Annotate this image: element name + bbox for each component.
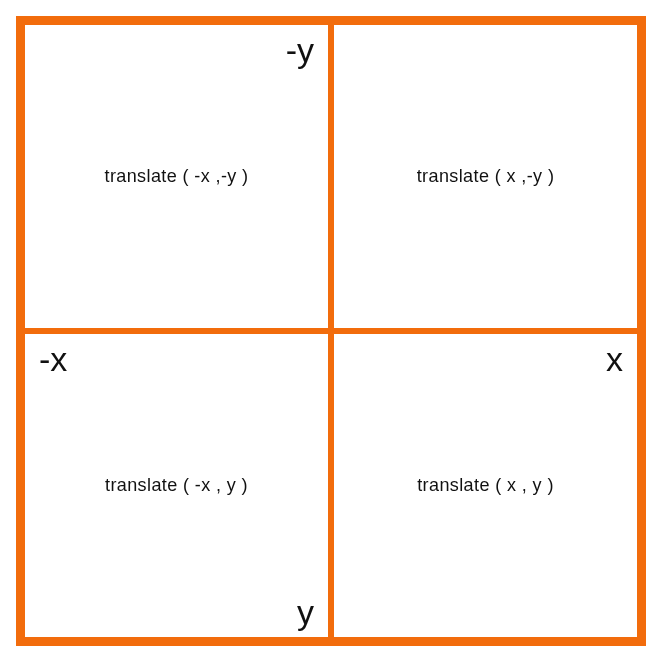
- quadrant-top-right: translate ( x ,-y ): [331, 22, 640, 331]
- quadrant-bottom-left: -x translate ( -x , y ) y: [22, 331, 331, 640]
- translate-label-bottom-right: translate ( x , y ): [417, 475, 554, 496]
- quadrant-bottom-right: x translate ( x , y ): [331, 331, 640, 640]
- axis-label-neg-y: -y: [286, 33, 314, 67]
- translate-quadrant-grid: -y translate ( -x ,-y ) translate ( x ,-…: [16, 16, 646, 646]
- translate-label-top-right: translate ( x ,-y ): [417, 166, 555, 187]
- axis-label-neg-x: -x: [39, 342, 67, 376]
- quadrant-top-left: -y translate ( -x ,-y ): [22, 22, 331, 331]
- translate-label-top-left: translate ( -x ,-y ): [104, 166, 248, 187]
- translate-label-bottom-left: translate ( -x , y ): [105, 475, 248, 496]
- axis-label-y: y: [297, 595, 314, 629]
- axis-label-x: x: [606, 342, 623, 376]
